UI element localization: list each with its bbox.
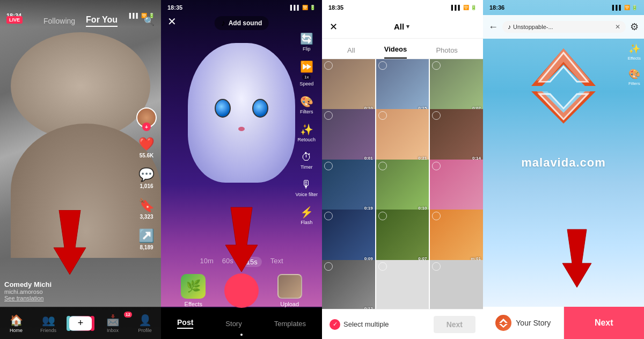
- next-button[interactable]: Next: [434, 316, 475, 333]
- retouch-tool[interactable]: ✨ Retouch: [297, 123, 316, 142]
- upload-button[interactable]: Upload: [277, 274, 302, 307]
- picker-time: 18:35: [328, 4, 343, 11]
- cat-eye-right: [252, 99, 268, 118]
- media-thumb-15[interactable]: [430, 260, 483, 309]
- duration-15s[interactable]: 15s: [242, 257, 262, 267]
- nav-inbox[interactable]: 📩 12 Inbox: [97, 314, 129, 333]
- media-thumb-9[interactable]: [430, 160, 483, 213]
- picker-toolbar: ✕ All ▾: [322, 15, 483, 39]
- voice-filter-tool[interactable]: 🎙 Voice filter: [295, 178, 318, 197]
- next-button[interactable]: Next: [564, 307, 645, 339]
- flip-tool[interactable]: 🔄 Flip: [300, 32, 313, 52]
- app-top-bar: 18:36 ▌▌▌ 🛜 🔋: [483, 0, 644, 15]
- bookmark-action[interactable]: 🔖 3,323: [138, 198, 155, 220]
- app-status: ▌▌▌ 🛜 🔋: [612, 5, 638, 10]
- add-sound-label: Add sound: [229, 19, 262, 27]
- share-action[interactable]: ↗️ 8,189: [138, 228, 155, 250]
- media-thumb-1[interactable]: 0:10: [322, 59, 375, 112]
- your-story-button[interactable]: Your Story: [483, 307, 564, 339]
- follow-plus-button[interactable]: +: [142, 122, 151, 131]
- duration-60s[interactable]: 60s: [222, 257, 233, 267]
- select-checkbox[interactable]: [378, 111, 387, 120]
- creator-handle: michi.amoroso: [4, 288, 52, 295]
- duration-text[interactable]: Text: [270, 257, 283, 267]
- nav-friends[interactable]: 👥 Friends: [32, 314, 64, 333]
- nav-profile[interactable]: 👤 Profile: [129, 314, 161, 333]
- all-dropdown-button[interactable]: All ▾: [394, 22, 409, 31]
- media-thumb-4[interactable]: 0:01: [322, 109, 375, 162]
- story-tab[interactable]: Story: [225, 320, 241, 328]
- filters-tool[interactable]: 🎨 Filters: [300, 95, 313, 114]
- media-thumb-6[interactable]: 0:14: [430, 109, 483, 162]
- media-thumb-12[interactable]: m:01: [430, 210, 483, 263]
- media-thumb-2[interactable]: 0:15: [376, 59, 429, 112]
- app-bottom-bar: Your Story Next: [483, 307, 644, 339]
- media-thumb-14[interactable]: [376, 260, 429, 309]
- media-thumb-3[interactable]: 0:02: [430, 59, 483, 112]
- capture-button[interactable]: [224, 273, 259, 308]
- music-close-icon[interactable]: ✕: [615, 23, 620, 31]
- select-multiple-option[interactable]: ✓ Select multiple: [330, 319, 389, 330]
- profile-icon: 👤: [138, 314, 152, 327]
- camera-close-button[interactable]: ✕: [167, 15, 177, 28]
- speed-tool[interactable]: ⏩ 1x Speed: [299, 60, 313, 86]
- media-thumb-8[interactable]: 0:10: [376, 160, 429, 213]
- templates-tab[interactable]: Templates: [274, 320, 306, 328]
- select-checkbox[interactable]: [324, 61, 333, 70]
- post-tab[interactable]: Post: [177, 318, 193, 329]
- creator-avatar-wrap[interactable]: +: [136, 107, 157, 128]
- media-thumb-10[interactable]: 0:09: [322, 210, 375, 263]
- comment-action[interactable]: 💬 1,016: [138, 167, 155, 189]
- select-checkbox[interactable]: [324, 262, 333, 271]
- svg-marker-9: [499, 319, 508, 323]
- duration-10m[interactable]: 10m: [200, 257, 213, 267]
- filters-tool[interactable]: 🎨 Filters: [628, 68, 640, 86]
- create-button[interactable]: +: [69, 316, 92, 331]
- select-checkbox[interactable]: [324, 162, 333, 170]
- select-checkbox[interactable]: [378, 162, 387, 170]
- effects-tool[interactable]: ✨ Effects: [628, 43, 641, 61]
- settings-icon[interactable]: ⚙: [630, 21, 639, 33]
- bottom-navigation: 🏠 Home 👥 Friends + 📩 12 Inbox 👤 Profile: [0, 307, 161, 339]
- videos-tab[interactable]: Videos: [384, 45, 407, 59]
- search-icon[interactable]: 🔍: [144, 16, 155, 26]
- select-checkbox[interactable]: [432, 262, 441, 271]
- for-you-tab[interactable]: For You: [86, 15, 118, 27]
- picker-close-button[interactable]: ✕: [330, 21, 338, 33]
- music-pill[interactable]: ♪ Unstoppable-... ✕: [502, 21, 626, 33]
- select-checkbox[interactable]: [432, 162, 441, 170]
- select-checkbox[interactable]: [378, 262, 387, 271]
- home-label: Home: [10, 328, 23, 333]
- effects-button[interactable]: 🌿 Effects: [181, 274, 206, 307]
- select-checkbox[interactable]: [324, 212, 333, 220]
- following-tab[interactable]: Following: [43, 17, 75, 25]
- select-checkbox[interactable]: [324, 111, 333, 120]
- select-checkbox[interactable]: [432, 61, 441, 70]
- filters-label: Filters: [628, 81, 640, 86]
- media-thumb-11[interactable]: 0:07: [376, 210, 429, 263]
- media-thumb-5[interactable]: 0:21: [376, 109, 429, 162]
- add-sound-button[interactable]: ♪ Add sound: [215, 16, 269, 30]
- nav-create[interactable]: +: [64, 316, 97, 331]
- like-action[interactable]: ❤️ 55.6K: [138, 136, 155, 158]
- filters-icon: 🎨: [300, 95, 313, 108]
- media-thumb-13[interactable]: 0:12: [322, 260, 375, 309]
- timer-label: Timer: [301, 164, 313, 170]
- media-thumb-7[interactable]: 0:19: [322, 160, 375, 213]
- select-checkbox[interactable]: [432, 111, 441, 120]
- effects-label: Effects: [185, 301, 202, 307]
- timer-tool[interactable]: ⏱ Timer: [301, 151, 313, 170]
- photos-tab[interactable]: Photos: [436, 46, 457, 59]
- translate-link[interactable]: See translation: [4, 295, 52, 301]
- back-button[interactable]: ←: [488, 21, 498, 33]
- your-story-label: Your Story: [516, 319, 551, 327]
- nav-home[interactable]: 🏠 Home: [0, 314, 32, 333]
- wifi-icon: 🛜: [624, 5, 630, 10]
- select-checkbox[interactable]: [432, 212, 441, 220]
- capture-inner: [228, 277, 255, 305]
- flash-tool[interactable]: ⚡ Flash: [300, 206, 313, 225]
- all-tab[interactable]: All: [347, 46, 355, 59]
- select-checkbox[interactable]: [378, 61, 387, 70]
- inbox-badge: 12: [124, 312, 132, 318]
- select-checkbox[interactable]: [378, 212, 387, 220]
